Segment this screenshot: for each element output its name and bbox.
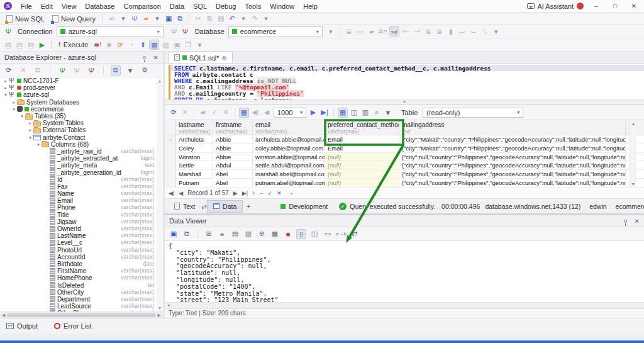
tree-item-othercity[interactable]: OtherCityvarchar(max) bbox=[0, 289, 163, 296]
db-sync-icon[interactable]: ▤ bbox=[3, 40, 13, 50]
add-record-icon[interactable]: + bbox=[252, 190, 255, 196]
cancel-icon[interactable]: ✕ bbox=[180, 108, 190, 118]
data-viewer-content[interactable]: { "city": "Makati", "country": "Philippi… bbox=[165, 241, 644, 302]
column-header-email[interactable]: emailvarchar(max) bbox=[253, 120, 325, 135]
tree-item-otherphone[interactable]: OtherPhonevarchar(max) bbox=[0, 310, 163, 312]
scroll-left-icon[interactable]: ◂ bbox=[290, 190, 293, 196]
comment-icon[interactable]: ▭ bbox=[355, 26, 365, 37]
tab-data-view[interactable]: Data bbox=[207, 200, 243, 213]
expander-icon[interactable]: ▾ bbox=[11, 106, 17, 113]
rollback-icon[interactable]: ✕ bbox=[221, 108, 231, 118]
grid-cell[interactable]: {"city":null,"country":"Philippines","ge… bbox=[399, 179, 626, 187]
cut-icon[interactable]: ✂ bbox=[193, 14, 203, 24]
stop-icon[interactable]: ■ bbox=[104, 40, 114, 50]
menu-sql[interactable]: SQL bbox=[189, 1, 211, 11]
apply-edit-icon[interactable]: ✓ bbox=[268, 190, 273, 196]
grid-cell[interactable]: Coley bbox=[176, 144, 213, 152]
tree-item-fax[interactable]: Faxvarchar(max) bbox=[0, 183, 163, 190]
pin-icon[interactable] bbox=[143, 56, 146, 59]
connection-select[interactable]: azure-sql ▾ bbox=[57, 26, 164, 37]
close-icon[interactable]: ✕ bbox=[635, 218, 640, 225]
menu-help[interactable]: Help bbox=[299, 1, 322, 11]
delete-record-icon[interactable]: − bbox=[260, 190, 263, 196]
last-page-icon[interactable]: ▶| bbox=[319, 108, 330, 118]
grid-cell[interactable]: Abel bbox=[213, 179, 253, 187]
menu-debug[interactable]: Debug bbox=[211, 1, 240, 11]
tree-item--airbyte-raw-id[interactable]: _airbyte_raw_idvarchar(max) bbox=[0, 148, 163, 155]
expander-icon[interactable]: ▾ bbox=[27, 134, 33, 141]
menu-comparison[interactable]: Comparison bbox=[119, 1, 165, 11]
column-layout-icon[interactable]: ▥ bbox=[360, 108, 370, 118]
editor-results-splitter[interactable]: ▾ bbox=[165, 100, 644, 105]
grid-cell[interactable]: Abdul bbox=[213, 161, 253, 169]
format-document-icon[interactable]: ≣ bbox=[344, 26, 354, 37]
tree-item--airbyte-extracted-at[interactable]: _airbyte_extracted_atbigint bbox=[0, 155, 163, 162]
redo-dropdown[interactable]: ▾ bbox=[261, 14, 271, 24]
grid-cell[interactable]: Abbie bbox=[213, 153, 253, 161]
new-connection-icon[interactable]: Ψ bbox=[57, 65, 67, 76]
grid-cell[interactable]: (null) bbox=[325, 153, 399, 161]
grid-cell[interactable]: winston.abbie@topmail.com bbox=[253, 153, 325, 161]
row-limit-select[interactable]: 1000 ▾ bbox=[274, 108, 306, 118]
expander-icon[interactable]: ▸ bbox=[11, 99, 17, 106]
database-select[interactable]: ecommerce ▾ bbox=[228, 26, 323, 37]
image-view-icon[interactable]: ◫ bbox=[309, 229, 319, 239]
save-icon[interactable]: ▣ bbox=[169, 229, 179, 239]
first-record-icon[interactable]: ◀| bbox=[169, 190, 174, 196]
duplicate-icon[interactable]: ⧉ bbox=[33, 65, 43, 76]
new-sql-button[interactable]: New SQL bbox=[3, 14, 48, 23]
expander-icon[interactable]: ▾ bbox=[3, 91, 9, 98]
menu-edit[interactable]: Edit bbox=[36, 1, 57, 11]
tree-item-airbyte-contact[interactable]: ▾airbyte.Contact bbox=[0, 134, 163, 141]
sync-with-editor-icon[interactable]: ⧉ bbox=[111, 65, 121, 76]
tree-item-email[interactable]: Emailvarchar(max) bbox=[0, 197, 163, 204]
column-header-lastname[interactable]: lastnamevarchar(max) bbox=[176, 120, 213, 135]
tree-item-isdeleted[interactable]: IsDeletedbit bbox=[0, 281, 163, 288]
column-header-preferred_contact_method__c[interactable]: preferred_contact_method__cvarchar(max) bbox=[325, 120, 399, 135]
cancel-edit-icon[interactable]: ✕ bbox=[277, 190, 282, 196]
explorer-horizontal-scrollbar[interactable]: ◀ ▶ bbox=[0, 312, 163, 318]
open-file-icon[interactable]: ▰ bbox=[141, 14, 151, 24]
grid-cell[interactable]: {"city":"Makati","country":"Philippines"… bbox=[399, 144, 626, 152]
find-icon[interactable]: ⌕ bbox=[372, 108, 382, 118]
table-row[interactable]: SettleAbdulsettle.abdul@topmail.com(null… bbox=[165, 161, 644, 170]
prev-record-icon[interactable]: ◀ bbox=[179, 190, 183, 196]
ai-assistant-button[interactable]: AI Assistant bbox=[527, 3, 584, 10]
hex-view-icon[interactable]: ⊞ bbox=[204, 229, 214, 239]
maximize-button[interactable]: □ bbox=[609, 3, 621, 9]
image-icon[interactable]: ▣ bbox=[172, 40, 182, 50]
snippet-icon[interactable]: ▰ bbox=[367, 26, 377, 37]
table-row[interactable]: ColeyAbbiecoley.abbie@topmail.comEmail{"… bbox=[165, 144, 644, 153]
grid-cell[interactable]: Abbie bbox=[213, 144, 253, 152]
tree-item-ownerid[interactable]: OwnerIdvarchar(max) bbox=[0, 225, 163, 232]
indent-decrease-icon[interactable]: ⭰ bbox=[401, 26, 411, 37]
tree-item-accountid[interactable]: AccountIdvarchar(max) bbox=[0, 254, 163, 261]
commit-icon[interactable]: ✓ bbox=[209, 108, 219, 118]
open-file-dropdown[interactable]: ▾ bbox=[152, 14, 162, 24]
tab-output[interactable]: ↦ Output bbox=[6, 322, 38, 330]
indent-icon[interactable]: ⋑ bbox=[435, 26, 445, 37]
history-icon[interactable]: ⟳ bbox=[115, 40, 125, 50]
copy-icon[interactable]: ⧉ bbox=[204, 14, 214, 24]
grid-cell[interactable]: {"city":null,"country":"Philippines","ge… bbox=[399, 170, 626, 178]
filter-icon[interactable]: ▼ bbox=[383, 108, 393, 118]
refresh-icon[interactable]: ⟳ bbox=[169, 108, 179, 118]
disconnect-icon[interactable]: Ψ bbox=[180, 26, 191, 37]
expander-icon[interactable]: ▸ bbox=[27, 127, 33, 133]
tree-item--airbyte-meta[interactable]: _airbyte_metatext bbox=[0, 162, 163, 169]
save-all-icon[interactable]: ⧉ bbox=[175, 14, 185, 24]
print-icon[interactable]: ▤ bbox=[230, 229, 240, 239]
tree-item-leadsource[interactable]: LeadSourcevarchar(max) bbox=[0, 303, 163, 310]
bookmark-icon[interactable]: ▮ bbox=[446, 26, 456, 37]
tree-item--airbyte-generation-id[interactable]: _airbyte_generation_idbigint bbox=[0, 169, 163, 176]
minimize-button[interactable]: – bbox=[590, 3, 602, 9]
tree-item-homephone[interactable]: HomePhonevarchar(max) bbox=[0, 274, 163, 281]
connect-icon[interactable]: Ψ bbox=[72, 65, 82, 76]
grid-cell[interactable]: Email bbox=[325, 135, 399, 143]
grid-cell[interactable]: settle.abdul@topmail.com bbox=[253, 161, 325, 169]
layout-grid-icon[interactable]: ▦ bbox=[149, 40, 159, 50]
filter-icon[interactable]: ▼ bbox=[125, 65, 135, 76]
layers-icon[interactable]: ❐ bbox=[183, 40, 193, 50]
scroll-left-icon[interactable]: ◀ bbox=[2, 313, 5, 318]
scroll-right-icon[interactable]: ▶ bbox=[158, 313, 161, 318]
